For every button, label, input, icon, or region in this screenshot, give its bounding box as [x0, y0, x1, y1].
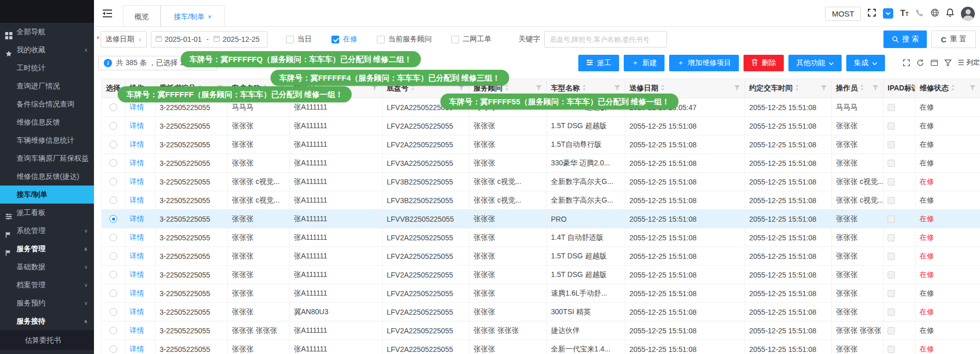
detail-link[interactable]: 详情 — [130, 121, 144, 131]
sort-icon[interactable] — [660, 84, 665, 93]
column-header-status[interactable]: 维修状态 — [915, 79, 980, 98]
sidebar-item-4[interactable]: 备件综合情况查询 — [0, 95, 94, 113]
filter-checkbox-0[interactable]: 当日 — [286, 35, 312, 44]
column-header-operator[interactable]: 操作员 — [832, 79, 883, 98]
checkbox-icon[interactable] — [286, 36, 294, 43]
row-radio[interactable] — [109, 252, 117, 260]
detail-link[interactable]: 详情 — [130, 289, 144, 298]
detail-link[interactable]: 详情 — [130, 252, 144, 261]
ipad-checkbox[interactable] — [888, 290, 895, 297]
ipad-checkbox[interactable] — [888, 309, 895, 316]
detail-link[interactable]: 详情 — [130, 326, 144, 335]
action-button-2[interactable]: ＋增加维修项目 — [669, 55, 739, 71]
ipad-checkbox[interactable] — [888, 122, 895, 130]
detail-link[interactable]: 详情 — [130, 140, 144, 149]
sidebar-item-2[interactable]: 工时统计 — [0, 59, 94, 77]
font-size-icon[interactable]: TT — [900, 9, 909, 18]
keyword-input[interactable] — [544, 31, 667, 48]
column-filter-icon[interactable] — [614, 84, 621, 93]
ipad-checkbox[interactable] — [888, 327, 895, 334]
sort-icon[interactable] — [951, 84, 955, 93]
row-radio[interactable] — [109, 103, 117, 111]
most-button[interactable]: MOST — [825, 7, 861, 21]
ipad-checkbox[interactable] — [888, 346, 895, 353]
sidebar-item-8[interactable]: 维修信息反馈(捷达) — [0, 167, 94, 186]
row-radio[interactable] — [109, 196, 117, 204]
row-radio[interactable] — [109, 122, 117, 130]
detail-link[interactable]: 详情 — [130, 177, 144, 187]
detail-link[interactable]: 详情 — [130, 233, 144, 242]
detail-link[interactable]: 详情 — [130, 345, 144, 354]
sidebar-item-0[interactable]: 全部导航 — [0, 23, 94, 41]
ipad-checkbox[interactable] — [888, 160, 895, 167]
fullscreen-icon[interactable] — [867, 8, 876, 19]
date-from-value[interactable]: 2025-01-01 — [165, 35, 202, 43]
action-button-3[interactable]: 删除 — [744, 55, 784, 71]
column-filter-icon[interactable] — [969, 84, 976, 93]
tab-receive-order[interactable]: 接车/制单× — [161, 5, 225, 27]
date-type-select[interactable]: 送修日期 ∨ — [101, 31, 147, 48]
column-filter-icon[interactable] — [734, 84, 740, 93]
column-filter-icon[interactable] — [535, 84, 542, 93]
column-filter-icon[interactable] — [872, 84, 879, 93]
row-radio[interactable] — [109, 289, 117, 297]
globe-icon[interactable] — [930, 8, 939, 19]
date-range-picker[interactable]: 2025-01-01 - 2025-12-25 — [151, 31, 267, 48]
menu-fold-icon[interactable] — [102, 9, 113, 20]
row-radio[interactable] — [109, 271, 117, 279]
sidebar-item-15[interactable]: 服务预约∨ — [0, 294, 94, 312]
row-radio[interactable] — [109, 327, 117, 334]
tab-close-icon[interactable]: × — [208, 13, 212, 21]
ipad-checkbox[interactable] — [888, 104, 895, 111]
expand-table-icon[interactable] — [903, 59, 910, 67]
column-header-ipad[interactable]: IPAD标识 — [883, 79, 915, 98]
filter-checkbox-2[interactable]: 当前服务顾问 — [377, 35, 432, 44]
sort-icon[interactable] — [860, 84, 864, 93]
sidebar-item-7[interactable]: 查询车辆原厂延保权益 — [0, 149, 94, 167]
column-header-delivery_time[interactable]: 约定交车时间 — [745, 79, 832, 98]
checkbox-icon[interactable] — [331, 36, 339, 43]
row-radio[interactable] — [109, 215, 117, 223]
column-definition-button[interactable]: ☰ 列定义 — [958, 58, 980, 67]
action-button-1[interactable]: ＋新建 — [624, 55, 665, 71]
ipad-checkbox[interactable] — [888, 141, 895, 148]
row-radio[interactable] — [109, 141, 117, 148]
filter-checkbox-1[interactable]: 在修 — [331, 35, 357, 44]
filter-checkbox-3[interactable]: 二网工单 — [451, 35, 492, 44]
sidebar-item-3[interactable]: 查询进厂情况 — [0, 77, 94, 95]
sidebar-item-16[interactable]: 服务接待∧ — [0, 312, 94, 330]
window-icon[interactable] — [930, 59, 938, 67]
ipad-checkbox[interactable] — [888, 197, 895, 204]
search-button[interactable]: 搜 索 — [883, 30, 927, 48]
sidebar-item-13[interactable]: 基础数据∨ — [0, 258, 94, 276]
sort-icon[interactable] — [504, 84, 509, 93]
detail-link[interactable]: 详情 — [130, 103, 144, 112]
sidebar-item-5[interactable]: 维修信息反馈 — [0, 113, 94, 131]
ipad-checkbox[interactable] — [888, 234, 895, 241]
filter-funnel-icon[interactable] — [944, 59, 952, 66]
detail-link[interactable]: 详情 — [130, 270, 144, 280]
sort-icon[interactable] — [795, 84, 799, 93]
date-to-value[interactable]: 2025-12-25 — [223, 35, 260, 43]
sidebar-item-9[interactable]: 接车/制单 — [0, 186, 94, 204]
sidebar-item-14[interactable]: 档案管理∨ — [0, 276, 94, 294]
notification-bell-icon[interactable] — [946, 8, 954, 19]
sort-icon[interactable] — [582, 84, 587, 93]
detail-link[interactable]: 详情 — [130, 159, 144, 168]
row-radio[interactable] — [109, 234, 117, 241]
ipad-checkbox[interactable] — [888, 271, 895, 279]
checkbox-icon[interactable] — [377, 36, 385, 43]
action-button-4[interactable]: 其他功能 — [788, 55, 842, 71]
detail-link[interactable]: 详情 — [130, 214, 144, 224]
sidebar-item-12[interactable]: 服务管理∧ — [0, 240, 94, 258]
row-radio[interactable] — [109, 159, 117, 167]
row-radio[interactable] — [109, 345, 117, 353]
detail-link[interactable]: 详情 — [130, 307, 144, 317]
detail-link[interactable]: 详情 — [130, 196, 144, 205]
row-radio[interactable] — [109, 178, 117, 186]
theme-dropdown-icon[interactable] — [883, 8, 893, 19]
reset-button[interactable]: C 重 置 — [931, 30, 976, 48]
sidebar-item-6[interactable]: 车辆维修信息统计 — [0, 131, 94, 149]
ipad-checkbox[interactable] — [888, 216, 895, 223]
action-button-0[interactable]: 派工 — [578, 55, 619, 71]
